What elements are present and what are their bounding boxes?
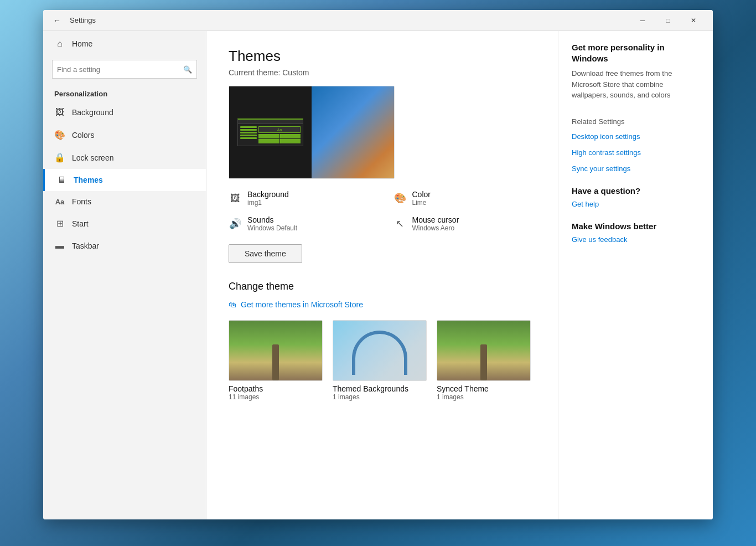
theme-card-synced-count: 1 images: [437, 393, 531, 401]
sidebar-section-label: Personalization: [43, 84, 206, 101]
titlebar: ← Settings ─ □ ✕: [43, 10, 713, 31]
settings-window: ← Settings ─ □ ✕ ⌂ Home 🔍 Personalizatio…: [43, 10, 713, 519]
page-title: Themes: [229, 48, 536, 65]
arch-decoration: [352, 331, 407, 375]
current-theme-label: Current theme: Custom: [229, 68, 536, 77]
ms-store-label: Get more themes in Microsoft Store: [241, 300, 363, 309]
right-panel: Get more personality in Windows Download…: [558, 31, 713, 519]
meta-sounds[interactable]: 🔊 Sounds Windows Default: [229, 215, 371, 232]
meta-color-label: Color: [412, 190, 431, 199]
theme-card-footpaths[interactable]: Footpaths 11 images: [229, 320, 323, 401]
meta-sounds-value: Windows Default: [247, 224, 297, 232]
home-icon: ⌂: [54, 39, 65, 49]
ms-store-link[interactable]: 🛍 Get more themes in Microsoft Store: [229, 300, 536, 309]
sidebar-item-background-label: Background: [72, 108, 113, 117]
sidebar-item-home[interactable]: ⌂ Home: [43, 31, 206, 56]
home-label: Home: [72, 39, 92, 48]
sidebar-item-colors[interactable]: 🎨 Colors: [43, 123, 206, 146]
meta-cursor-label: Mouse cursor: [412, 215, 459, 224]
related-settings-title: Related Settings: [572, 117, 700, 126]
meta-background-label: Background: [247, 190, 289, 199]
sidebar-item-start-label: Start: [72, 219, 89, 228]
meta-sounds-icon: 🔊: [229, 218, 242, 230]
promo-desc: Download free themes from the Microsoft …: [572, 68, 700, 101]
theme-card-themed-name: Themed Backgrounds: [333, 384, 427, 393]
save-theme-button[interactable]: Save theme: [229, 244, 302, 263]
background-icon: 🖼: [54, 107, 65, 117]
search-input[interactable]: [53, 65, 179, 74]
meta-color-icon: 🎨: [393, 192, 407, 204]
theme-card-synced-name: Synced Theme: [437, 384, 531, 393]
desktop-icon-settings-link[interactable]: Desktop icon settings: [572, 132, 700, 141]
search-box[interactable]: 🔍: [52, 60, 197, 79]
close-button[interactable]: ✕: [681, 10, 706, 31]
window-title: Settings: [70, 16, 630, 24]
sidebar-item-themes-label: Themes: [74, 176, 103, 184]
promo-title: Get more personality in Windows: [572, 42, 700, 64]
theme-card-footpaths-count: 11 images: [229, 393, 323, 401]
taskbar-icon: ▬: [54, 241, 65, 251]
theme-card-footpaths-img: [229, 320, 323, 381]
content-area: ⌂ Home 🔍 Personalization 🖼 Background 🎨 …: [43, 31, 713, 519]
themes-icon: 🖥: [56, 175, 67, 185]
window-controls: ─ □ ✕: [630, 10, 706, 31]
sidebar-item-lock-screen[interactable]: 🔒 Lock screen: [43, 146, 206, 169]
store-icon: 🛍: [229, 300, 236, 309]
sidebar-item-lock-screen-label: Lock screen: [72, 153, 113, 162]
sidebar-item-themes[interactable]: 🖥 Themes: [43, 169, 206, 191]
maximize-button[interactable]: □: [655, 10, 681, 31]
theme-preview: Aa: [229, 86, 395, 179]
question-title: Have a question?: [572, 186, 700, 195]
theme-meta: 🖼 Background img1 🎨 Color Lime 🔊: [229, 190, 536, 232]
start-icon: ⊞: [54, 218, 65, 229]
theme-card-themed-img: [333, 320, 427, 381]
sidebar-item-fonts[interactable]: Aa Fonts: [43, 191, 206, 212]
theme-card-themed-backgrounds[interactable]: Themed Backgrounds 1 images: [333, 320, 427, 401]
theme-grid: Footpaths 11 images Themed Backgrounds 1…: [229, 320, 536, 401]
theme-card-synced-img: [437, 320, 531, 381]
meta-background[interactable]: 🖼 Background img1: [229, 190, 371, 207]
sync-settings-link[interactable]: Sync your settings: [572, 164, 700, 173]
high-contrast-settings-link[interactable]: High contrast settings: [572, 148, 700, 157]
minimize-button[interactable]: ─: [630, 10, 655, 31]
theme-card-synced[interactable]: Synced Theme 1 images: [437, 320, 531, 401]
feedback-title: Make Windows better: [572, 222, 700, 231]
theme-preview-right: [312, 86, 394, 178]
sidebar-item-background[interactable]: 🖼 Background: [43, 101, 206, 123]
meta-background-icon: 🖼: [229, 193, 242, 204]
meta-background-value: img1: [247, 199, 289, 207]
sidebar-item-start[interactable]: ⊞ Start: [43, 212, 206, 235]
back-button[interactable]: ←: [50, 15, 64, 26]
theme-preview-window: Aa: [237, 119, 303, 146]
sidebar-item-taskbar-label: Taskbar: [72, 241, 99, 250]
give-feedback-link[interactable]: Give us feedback: [572, 235, 700, 244]
meta-sounds-label: Sounds: [247, 215, 297, 224]
sidebar-item-taskbar[interactable]: ▬ Taskbar: [43, 235, 206, 257]
meta-cursor-value: Windows Aero: [412, 224, 459, 232]
theme-preview-left: Aa: [229, 86, 312, 178]
sidebar: ⌂ Home 🔍 Personalization 🖼 Background 🎨 …: [43, 31, 206, 519]
colors-icon: 🎨: [54, 130, 65, 140]
main-content: Themes Current theme: Custom: [206, 31, 558, 519]
theme-card-themed-count: 1 images: [333, 393, 427, 401]
search-icon: 🔍: [179, 65, 196, 74]
fonts-icon: Aa: [54, 198, 65, 206]
meta-color-value: Lime: [412, 199, 431, 207]
meta-color[interactable]: 🎨 Color Lime: [393, 190, 536, 207]
theme-card-footpaths-name: Footpaths: [229, 384, 323, 393]
meta-cursor-icon: ↖: [393, 218, 407, 230]
meta-mouse-cursor[interactable]: ↖ Mouse cursor Windows Aero: [393, 215, 536, 232]
sidebar-item-fonts-label: Fonts: [72, 197, 91, 206]
change-theme-title: Change theme: [229, 281, 536, 292]
sidebar-item-colors-label: Colors: [72, 131, 94, 140]
get-help-link[interactable]: Get help: [572, 200, 700, 208]
lock-screen-icon: 🔒: [54, 152, 65, 163]
